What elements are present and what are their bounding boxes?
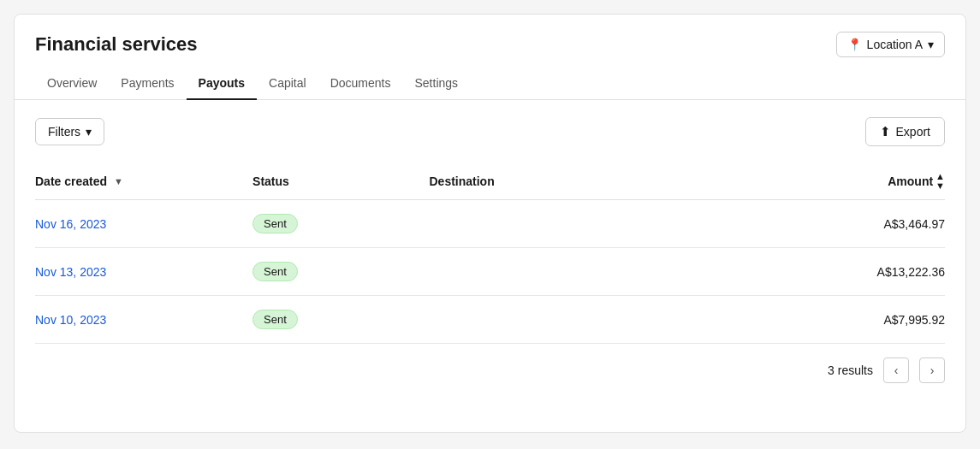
status-badge-row2: Sent: [252, 310, 298, 329]
chevron-down-icon: ▾: [86, 125, 92, 139]
export-label: Export: [896, 125, 930, 139]
destination-cell-row0: [429, 200, 836, 248]
sort-desc-icon: ▼: [114, 176, 123, 186]
date-link-row0[interactable]: Nov 16, 2023: [35, 217, 106, 231]
filters-button[interactable]: Filters ▾: [35, 118, 104, 145]
location-selector[interactable]: 📍 Location A ▾: [836, 32, 945, 57]
page-title: Financial services: [35, 33, 198, 56]
upload-icon: ⬆: [880, 124, 891, 139]
pagination-next-button[interactable]: ›: [919, 357, 945, 383]
amount-cell-row1: A$13,222.36: [837, 248, 945, 296]
col-status: Status: [252, 163, 429, 200]
payouts-table: Date created ▼ Status Destination Amount: [35, 163, 945, 344]
results-count: 3 results: [828, 363, 873, 377]
pagination-prev-button[interactable]: ‹: [883, 357, 909, 383]
amount-cell-row0: A$3,464.97: [837, 200, 945, 248]
col-date[interactable]: Date created ▼: [35, 163, 252, 200]
table-row: Nov 13, 2023 Sent A$13,222.36: [35, 248, 945, 296]
toolbar: Filters ▾ ⬆ Export: [35, 117, 945, 146]
date-link-row1[interactable]: Nov 13, 2023: [35, 265, 106, 279]
col-amount[interactable]: Amount ▲▼: [837, 163, 945, 200]
date-link-row2[interactable]: Nov 10, 2023: [35, 313, 106, 327]
tab-settings[interactable]: Settings: [402, 68, 470, 100]
tab-payouts[interactable]: Payouts: [187, 68, 257, 100]
status-badge-row0: Sent: [252, 214, 298, 233]
sort-both-icon: ▲▼: [935, 172, 945, 191]
tab-documents[interactable]: Documents: [318, 68, 403, 100]
location-label: Location A: [867, 38, 923, 51]
tab-overview[interactable]: Overview: [35, 68, 109, 100]
amount-cell-row2: A$7,995.92: [837, 296, 945, 344]
tab-capital[interactable]: Capital: [257, 68, 318, 100]
chevron-down-icon: ▾: [928, 38, 934, 51]
table-row: Nov 10, 2023 Sent A$7,995.92: [35, 296, 945, 344]
status-badge-row1: Sent: [252, 262, 298, 281]
export-button[interactable]: ⬆ Export: [865, 117, 945, 146]
table-row: Nov 16, 2023 Sent A$3,464.97: [35, 200, 945, 248]
col-destination: Destination: [429, 163, 836, 200]
destination-cell-row2: [429, 296, 836, 344]
tab-payments[interactable]: Payments: [109, 68, 186, 100]
table-footer: 3 results ‹ ›: [35, 344, 945, 390]
filters-label: Filters: [48, 125, 80, 139]
nav-tabs: Overview Payments Payouts Capital Docume…: [15, 68, 965, 100]
pin-icon: 📍: [847, 38, 862, 51]
destination-cell-row1: [429, 248, 836, 296]
